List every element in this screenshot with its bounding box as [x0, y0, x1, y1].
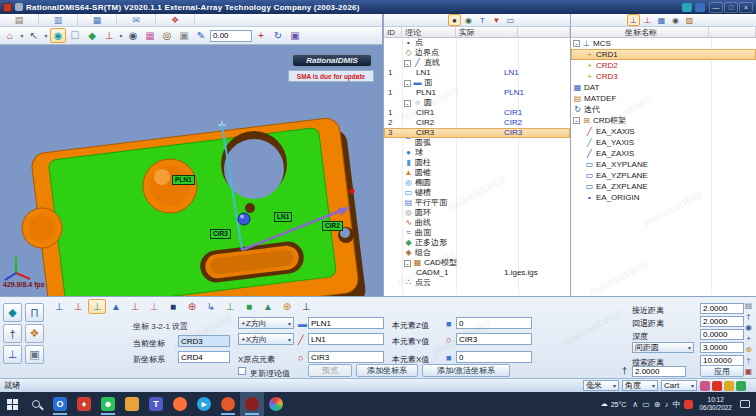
3d-viewport[interactable]: RationalDMIS SMA is due for update 429.9…: [0, 45, 383, 296]
feature-row[interactable]: •点: [384, 38, 570, 48]
feature-row[interactable]: ∴点云: [384, 278, 570, 288]
weather-widget[interactable]: ☁ 25°C: [601, 400, 627, 408]
rationaldmis-logo[interactable]: RationalDMIS: [292, 54, 372, 67]
coord-row[interactable]: ╱EA_YAXIS: [571, 137, 756, 148]
add-activate-coord-button[interactable]: 添加/激活坐标系: [422, 364, 510, 377]
col-actual[interactable]: 实际: [456, 27, 518, 37]
feature-row[interactable]: ∿曲线: [384, 218, 570, 228]
alert-icon[interactable]: [684, 400, 693, 409]
move-view-icon[interactable]: +: [253, 28, 269, 43]
show-eye-icon[interactable]: ◉: [462, 14, 475, 26]
approach-field[interactable]: [700, 303, 744, 314]
explorer-app[interactable]: [120, 392, 144, 416]
view-eye-icon[interactable]: ◉: [125, 28, 141, 43]
feature-row[interactable]: ▤平行平面: [384, 198, 570, 208]
coord-row[interactable]: ╱EA_ZAXIS: [571, 148, 756, 159]
report-tab-icon[interactable]: ▥: [39, 14, 78, 27]
coord-row[interactable]: +CRD3: [571, 71, 756, 82]
col-theoretical[interactable]: 理论: [402, 27, 456, 37]
feature-label-ln1[interactable]: LN1: [274, 212, 292, 222]
xdir-select[interactable]: +X方向 ▾: [238, 333, 294, 345]
rotate-view-icon[interactable]: ↻: [270, 28, 286, 43]
annotate-icon[interactable]: ✎: [193, 28, 209, 43]
feature-row[interactable]: ▮圆柱: [384, 158, 570, 168]
quick-tool-1-icon[interactable]: [682, 3, 692, 12]
small-hole[interactable]: [245, 203, 255, 213]
axes-caret-icon[interactable]: ▾: [118, 32, 124, 39]
feature-row[interactable]: 1CIR1CIR1: [384, 108, 570, 118]
home-icon[interactable]: ⌂: [2, 28, 18, 43]
firefox-app[interactable]: [168, 392, 192, 416]
csys-save-icon[interactable]: ⊥: [297, 299, 315, 314]
csys-cube-icon[interactable]: ■: [164, 299, 182, 314]
spacing-field[interactable]: [700, 342, 744, 353]
minimize-button[interactable]: —: [709, 2, 723, 13]
outlook-app[interactable]: O: [48, 392, 72, 416]
feature-row[interactable]: ▲圆锥: [384, 168, 570, 178]
app-icon[interactable]: [3, 3, 12, 12]
csys-321-setup-icon[interactable]: ⊥: [88, 299, 106, 314]
feature-label-cir3[interactable]: CIR3: [210, 229, 231, 239]
taskbar-search-button[interactable]: [24, 392, 48, 416]
camera-icon[interactable]: ◉: [669, 14, 682, 26]
feature-row[interactable]: ◇边界点: [384, 48, 570, 58]
coord-row[interactable]: ▭EA_XYPLANE: [571, 159, 756, 170]
basketball-app[interactable]: [216, 392, 240, 416]
wechat-app[interactable]: ☻: [96, 392, 120, 416]
probe-stylus-icon[interactable]: †: [3, 324, 22, 343]
tolerance-input[interactable]: [210, 30, 252, 42]
rationaldmis-app[interactable]: [240, 392, 264, 416]
coord-row[interactable]: •EA_ORIGIN: [571, 192, 756, 203]
add-coord-button[interactable]: 添加坐标系: [356, 364, 418, 377]
select-cursor-icon[interactable]: ↖: [26, 28, 42, 43]
print-strip-icon[interactable]: ▤: [743, 300, 755, 310]
teams-app[interactable]: T: [144, 392, 168, 416]
status-icon-1[interactable]: [700, 381, 710, 391]
csys-mcs-icon[interactable]: ⊥: [50, 299, 68, 314]
cursor-caret-icon[interactable]: ▾: [43, 32, 49, 39]
coord-system-icon[interactable]: ⊥: [3, 345, 22, 364]
feature-row[interactable]: ◎圆环: [384, 208, 570, 218]
expand-toggle[interactable]: -: [573, 40, 580, 47]
retract-field[interactable]: [700, 316, 744, 327]
coord-row[interactable]: +CRD2: [571, 60, 756, 71]
import-model-icon[interactable]: ◆: [84, 28, 100, 43]
col-id[interactable]: ID: [384, 27, 402, 37]
depth-field[interactable]: [700, 329, 744, 340]
feature-row[interactable]: ◆正多边形: [384, 238, 570, 248]
coord-row[interactable]: ▭EA_YZPLANE: [571, 170, 756, 181]
feature-row[interactable]: ◈组合: [384, 248, 570, 258]
feature-row[interactable]: ●球: [384, 148, 570, 158]
csys-cube-green-icon[interactable]: ■: [240, 299, 258, 314]
telegram-app[interactable]: ▸: [192, 392, 216, 416]
text-filter-icon[interactable]: T: [476, 14, 489, 26]
ime-icon[interactable]: 中: [672, 399, 680, 410]
csys-plane-axis-icon[interactable]: ⊥: [69, 299, 87, 314]
touch-strip-icon[interactable]: +: [743, 333, 755, 343]
message-tab-icon[interactable]: ✉: [117, 14, 156, 27]
machine-icon[interactable]: ▣: [25, 345, 44, 364]
apply-button[interactable]: 应用: [700, 365, 744, 377]
coord-row[interactable]: +CRD1: [571, 49, 756, 60]
palette-icon[interactable]: ▨: [683, 14, 696, 26]
notification-center-icon[interactable]: [740, 400, 750, 408]
axes2-icon[interactable]: ⊥: [641, 14, 654, 26]
feature-row[interactable]: 3CIR3CIR3: [384, 128, 570, 138]
coord-row[interactable]: ↻迭代: [571, 104, 756, 115]
expand-toggle[interactable]: -: [404, 80, 411, 87]
csys-circle-icon[interactable]: ⊕: [278, 299, 296, 314]
coord-row[interactable]: ▤MATDEF: [571, 93, 756, 104]
coord-row[interactable]: ▭EA_ZXPLANE: [571, 181, 756, 192]
feature-row[interactable]: -╱直线: [384, 58, 570, 68]
status-icon-4[interactable]: [736, 381, 746, 391]
coordinate-select[interactable]: Cart▾: [661, 380, 697, 391]
probe-strip-icon[interactable]: †: [743, 311, 755, 321]
feature-label-pln1[interactable]: PLN1: [172, 175, 195, 185]
feature-row[interactable]: CADM_11.iges.igs: [384, 268, 570, 278]
feature-row[interactable]: -▦CAD模型: [384, 258, 570, 268]
maximize-button[interactable]: □: [724, 2, 738, 13]
taskbar-clock[interactable]: 10:12 06/30/2022: [699, 396, 732, 412]
feature-row[interactable]: -○圆: [384, 98, 570, 108]
feature-row[interactable]: ◎椭圆: [384, 178, 570, 188]
y-value-field[interactable]: [456, 333, 532, 345]
